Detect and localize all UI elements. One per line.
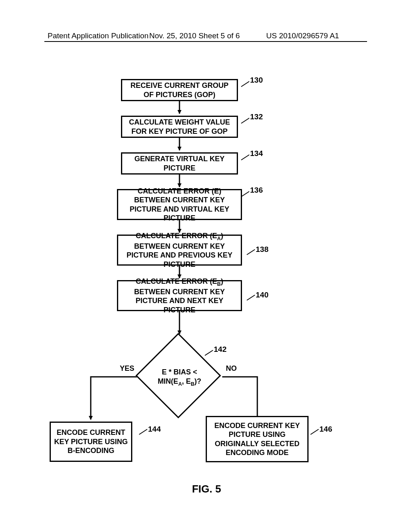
- ref-138: 138: [256, 245, 269, 254]
- ref-146: 146: [319, 425, 332, 434]
- svg-line-9: [241, 191, 249, 197]
- step-text: ENCODE CURRENT KEY PICTURE USING B-ENCOD…: [54, 428, 128, 455]
- svg-line-11: [247, 295, 255, 300]
- figure-label: FIG. 5: [0, 483, 413, 495]
- step-calc-error-ea: CALCULATE ERROR (EA) BETWEEN CURRENT KEY…: [117, 235, 242, 266]
- step-calc-weight: CALCULATE WEIGHT VALUE FOR KEY PICTURE O…: [121, 116, 238, 138]
- decision-text: E * BIAS < MIN(EA, EB)?: [139, 368, 220, 387]
- svg-line-12: [205, 350, 213, 355]
- step-text: GENERATE VIRTUAL KEY PICTURE: [125, 154, 234, 172]
- ref-130: 130: [250, 76, 263, 85]
- step-calc-error-eb: CALCULATE ERROR (EB) BETWEEN CURRENT KEY…: [117, 280, 242, 311]
- svg-line-13: [139, 429, 147, 434]
- step-text: CALCULATE ERROR (E) BETWEEN CURRENT KEY …: [121, 187, 238, 223]
- svg-line-7: [241, 118, 249, 123]
- svg-line-14: [311, 429, 319, 434]
- step-text: CALCULATE WEIGHT VALUE FOR KEY PICTURE O…: [125, 118, 234, 136]
- ref-136: 136: [250, 186, 263, 195]
- step-receive-gop: RECEIVE CURRENT GROUP OF PICTURES (GOP): [121, 79, 238, 101]
- step-encode-original: ENCODE CURRENT KEY PICTURE USING ORIGINA…: [206, 416, 309, 462]
- svg-line-10: [247, 249, 255, 255]
- ref-132: 132: [250, 112, 263, 121]
- step-generate-virtual: GENERATE VIRTUAL KEY PICTURE: [121, 152, 238, 175]
- step-text: CALCULATE ERROR (EA) BETWEEN CURRENT KEY…: [121, 231, 238, 269]
- svg-line-6: [241, 81, 249, 87]
- ref-142: 142: [214, 345, 227, 354]
- ref-140: 140: [256, 291, 269, 299]
- label-no: NO: [226, 364, 237, 373]
- step-calc-error-e: CALCULATE ERROR (E) BETWEEN CURRENT KEY …: [117, 189, 242, 220]
- step-encode-b: ENCODE CURRENT KEY PICTURE USING B-ENCOD…: [50, 422, 132, 462]
- step-text: RECEIVE CURRENT GROUP OF PICTURES (GOP): [125, 81, 234, 99]
- svg-line-8: [241, 155, 249, 160]
- label-yes: YES: [120, 364, 134, 373]
- ref-134: 134: [250, 149, 263, 158]
- step-text: ENCODE CURRENT KEY PICTURE USING ORIGINA…: [210, 421, 304, 457]
- step-text: CALCULATE ERROR (EB) BETWEEN CURRENT KEY…: [121, 277, 238, 315]
- ref-144: 144: [148, 425, 161, 434]
